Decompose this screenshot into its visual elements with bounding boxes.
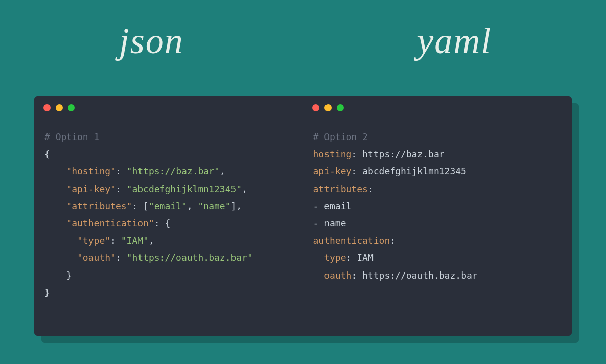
- close-brace: }: [66, 270, 72, 281]
- comma: ,: [236, 201, 242, 211]
- maximize-icon: [68, 104, 75, 111]
- title-yaml: yaml: [303, 20, 607, 62]
- colon: :: [116, 184, 127, 194]
- colon: :: [116, 166, 127, 176]
- indent: [44, 201, 66, 211]
- lbracket: [: [143, 201, 149, 211]
- json-val-apikey: "abcdefghijklmn12345": [127, 184, 242, 194]
- open-brace: {: [165, 218, 170, 229]
- colon: :: [368, 184, 374, 194]
- maximize-icon: [337, 104, 344, 111]
- indent: [44, 270, 66, 281]
- json-key-auth: "authentication": [66, 218, 154, 229]
- yaml-key-type: type: [324, 252, 346, 263]
- json-val-oauth: "https://oauth.baz.bar": [127, 252, 253, 263]
- colon: :: [116, 252, 127, 263]
- rbracket: ]: [231, 201, 237, 211]
- indent: [44, 184, 66, 194]
- yaml-key-apikey: api-key: [313, 166, 352, 176]
- indent: [313, 252, 324, 263]
- yaml-attr-email: email: [324, 201, 351, 211]
- comma: ,: [220, 166, 225, 176]
- colon: :: [351, 166, 362, 176]
- colon: :: [110, 235, 121, 246]
- colon: :: [351, 149, 362, 159]
- dash: -: [313, 218, 324, 229]
- json-attr-name: "name": [198, 201, 230, 211]
- yaml-attr-name: name: [324, 218, 346, 229]
- json-key-hosting: "hosting": [66, 166, 116, 176]
- comma-sp: ,: [187, 201, 198, 211]
- close-icon: [43, 104, 51, 111]
- colon: :: [154, 218, 165, 229]
- traffic-lights-right: [312, 104, 344, 111]
- yaml-key-auth: authentication: [313, 235, 390, 246]
- indent: [44, 235, 77, 246]
- yaml-val-oauth: https://oauth.baz.bar: [362, 270, 478, 281]
- json-val-hosting: "https://baz.bar": [127, 166, 220, 176]
- code-window: # Option 1 { "hosting": "https://baz.bar…: [34, 96, 572, 336]
- json-key-attributes: "attributes": [66, 201, 132, 211]
- colon: :: [351, 270, 362, 281]
- indent: [44, 166, 66, 176]
- json-comment: # Option 1: [44, 131, 99, 142]
- titles-row: json yaml: [0, 0, 606, 62]
- comma: ,: [149, 235, 154, 246]
- json-open-brace: {: [44, 149, 50, 159]
- indent: [313, 270, 324, 281]
- json-close-brace: }: [44, 287, 50, 298]
- minimize-icon: [324, 104, 332, 111]
- yaml-val-apikey: abcdefghijklmn12345: [362, 166, 467, 176]
- minimize-icon: [56, 104, 63, 111]
- json-attr-email: "email": [149, 201, 187, 211]
- json-val-type: "IAM": [121, 235, 149, 246]
- comma: ,: [242, 184, 247, 194]
- yaml-key-hosting: hosting: [313, 149, 352, 159]
- dash: -: [313, 201, 324, 211]
- yaml-val-hosting: https://baz.bar: [362, 149, 445, 159]
- json-key-apikey: "api-key": [66, 184, 116, 194]
- yaml-val-type: IAM: [357, 252, 374, 263]
- colon: :: [390, 235, 395, 246]
- yaml-key-oauth: oauth: [324, 270, 351, 281]
- yaml-code-pane: # Option 2 hosting: https://baz.bar api-…: [303, 120, 572, 336]
- yaml-key-attributes: attributes: [313, 184, 368, 194]
- yaml-comment: # Option 2: [313, 131, 368, 142]
- title-json: json: [0, 20, 303, 62]
- json-key-oauth: "oauth": [77, 252, 116, 263]
- indent: [44, 218, 66, 229]
- json-key-type: "type": [77, 235, 110, 246]
- colon: :: [346, 252, 357, 263]
- indent: [44, 252, 77, 263]
- traffic-lights-left: [43, 104, 75, 111]
- json-code-pane: # Option 1 { "hosting": "https://baz.bar…: [34, 120, 303, 336]
- colon: :: [132, 201, 143, 211]
- close-icon: [312, 104, 319, 111]
